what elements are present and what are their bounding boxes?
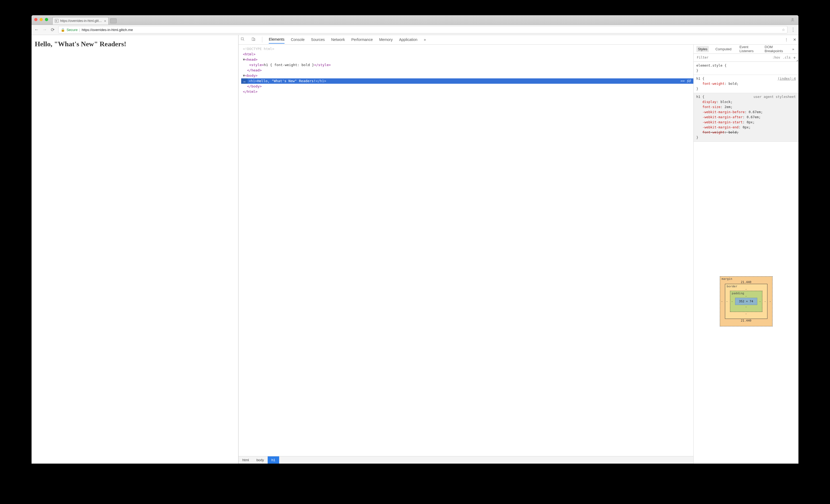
svg-point-0 xyxy=(792,18,793,20)
rule-origin: user agent stylesheet xyxy=(754,94,796,99)
dom-panel: <!DOCTYPE html> <html> ▼<head> <style>h1… xyxy=(238,45,694,464)
subtab-event-listeners[interactable]: Event Listeners xyxy=(738,44,758,54)
window-controls xyxy=(34,18,48,21)
box-margin[interactable]: margin 21.440 - - border - - - xyxy=(720,276,772,326)
subtab-styles[interactable]: Styles xyxy=(696,46,709,52)
chrome-menu-icon[interactable]: ⋮ xyxy=(791,27,796,33)
crumb-html[interactable]: html xyxy=(238,456,253,464)
subtabs-overflow-icon[interactable]: » xyxy=(791,46,796,52)
box-border[interactable]: border - - - padding - - - xyxy=(725,284,767,319)
rule-h1-author[interactable]: (index):4 h1 { font-weight: bold; } xyxy=(694,75,798,93)
tab-title: https://overrides-in-html.glitch… xyxy=(60,19,102,23)
address-bar[interactable]: 🔒 Secure | https://overrides-in-html.gli… xyxy=(58,26,788,33)
page-icon: 🗎 xyxy=(55,19,59,23)
tab-sources[interactable]: Sources xyxy=(311,36,325,43)
filter-bar: :hov .cls + xyxy=(694,54,798,62)
close-window-icon[interactable] xyxy=(34,18,37,21)
dom-doctype: <!DOCTYPE html> xyxy=(241,47,274,51)
breadcrumb: html body h1 xyxy=(238,456,693,464)
box-content[interactable]: 352 × 74 xyxy=(735,298,757,305)
crumb-h1[interactable]: h1 xyxy=(268,456,279,464)
more-actions-icon[interactable]: … xyxy=(241,78,248,84)
new-tab-button[interactable] xyxy=(110,19,117,23)
divider xyxy=(262,37,262,42)
forward-button[interactable]: → xyxy=(42,27,47,32)
svg-rect-2 xyxy=(252,38,254,41)
dom-selected-node[interactable]: … <h1>Hello, "What's New" Readers!</h1>=… xyxy=(241,78,693,84)
devtools-body: <!DOCTYPE html> <html> ▼<head> <style>h1… xyxy=(238,45,798,464)
content-split: Hello, "What's New" Readers! Elements Co… xyxy=(32,35,798,464)
new-rule-icon[interactable]: + xyxy=(793,55,796,60)
tab-performance[interactable]: Performance xyxy=(351,36,373,43)
maximize-window-icon[interactable] xyxy=(45,18,48,21)
secure-label: Secure xyxy=(67,28,77,32)
subtab-computed[interactable]: Computed xyxy=(714,46,733,52)
page-viewport: Hello, "What's New" Readers! xyxy=(32,35,238,464)
tab-memory[interactable]: Memory xyxy=(379,36,393,43)
tab-application[interactable]: Application xyxy=(399,36,418,43)
box-model: margin 21.440 - - border - - - xyxy=(694,142,798,464)
rule-origin[interactable]: (index):4 xyxy=(777,76,796,81)
toolbar: ← → ⟳ 🔒 Secure | https://overrides-in-ht… xyxy=(32,25,798,35)
box-padding[interactable]: padding - - - 352 × 74 - xyxy=(730,291,762,312)
tab-network[interactable]: Network xyxy=(331,36,345,43)
inspect-icon[interactable] xyxy=(241,37,245,42)
devtools-close-icon[interactable]: ✕ xyxy=(793,37,796,42)
browser-window: 🗎 https://overrides-in-html.glitch… × ← … xyxy=(32,15,798,464)
url-text: https://overrides-in-html.glitch.me xyxy=(82,28,133,32)
svg-rect-3 xyxy=(254,38,255,40)
hov-toggle[interactable]: :hov xyxy=(772,56,780,59)
rule-element-style[interactable]: element.style { } xyxy=(694,62,798,75)
device-toggle-icon[interactable] xyxy=(251,37,256,42)
cls-toggle[interactable]: .cls xyxy=(783,56,791,59)
rules-list: element.style { } (index):4 h1 { font-we… xyxy=(694,62,798,142)
devtools: Elements Console Sources Network Perform… xyxy=(238,35,798,464)
filter-input[interactable] xyxy=(696,55,770,60)
page-headline: Hello, "What's New" Readers! xyxy=(35,40,235,49)
minimize-window-icon[interactable] xyxy=(39,18,43,21)
tab-strip: 🗎 https://overrides-in-html.glitch… × xyxy=(32,15,798,25)
profile-icon[interactable] xyxy=(791,18,795,23)
rule-h1-ua[interactable]: user agent stylesheet h1 { display: bloc… xyxy=(694,93,798,142)
lock-icon: 🔒 xyxy=(61,28,65,32)
tab-elements[interactable]: Elements xyxy=(269,36,284,43)
selected-hint: == $0 xyxy=(680,78,693,84)
tabs-overflow-icon[interactable]: » xyxy=(424,36,426,43)
divider: | xyxy=(79,28,80,32)
browser-tab[interactable]: 🗎 https://overrides-in-html.glitch… × xyxy=(53,17,108,25)
tab-console[interactable]: Console xyxy=(291,36,305,43)
reload-button[interactable]: ⟳ xyxy=(50,27,55,33)
subtab-dom-breakpoints[interactable]: DOM Breakpoints xyxy=(763,44,786,54)
styles-panel: Styles Computed Event Listeners DOM Brea… xyxy=(694,45,798,464)
styles-subtabs: Styles Computed Event Listeners DOM Brea… xyxy=(694,45,798,54)
resize-icon xyxy=(796,60,798,61)
devtools-menu-icon[interactable]: ⋮ xyxy=(785,37,788,42)
close-tab-icon[interactable]: × xyxy=(104,19,106,23)
crumb-body[interactable]: body xyxy=(253,456,268,464)
back-button[interactable]: ← xyxy=(34,27,39,32)
bookmark-icon[interactable]: ☆ xyxy=(782,28,785,32)
devtools-tabbar: Elements Console Sources Network Perform… xyxy=(238,35,798,45)
dom-tree[interactable]: <!DOCTYPE html> <html> ▼<head> <style>h1… xyxy=(238,45,693,456)
